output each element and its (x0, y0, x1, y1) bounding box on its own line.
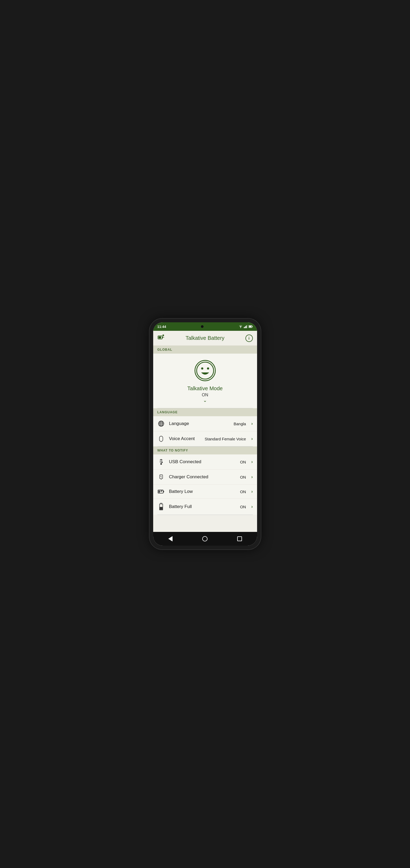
battery-low-icon (158, 489, 165, 494)
battery-low-value: ON (240, 490, 246, 494)
talkative-mode-chevron[interactable]: ⌄ (203, 398, 207, 403)
status-icons (239, 325, 253, 328)
battery-low-label: Battery Low (169, 489, 236, 494)
voice-accent-row[interactable]: Voice Accent Standard Female Voice › (153, 431, 257, 446)
battery-full-chevron: › (251, 504, 252, 509)
status-time: 11:44 (158, 325, 166, 329)
talkative-battery-icon (158, 334, 165, 341)
svg-rect-30 (160, 475, 163, 479)
battery-full-icon (158, 503, 165, 510)
battery-full-value: ON (240, 504, 246, 509)
global-section[interactable]: Talkative Mode ON ⌄ (153, 353, 257, 408)
globe-icon (158, 421, 165, 427)
back-button[interactable] (165, 533, 176, 544)
voice-accent-label: Voice Accent (169, 436, 201, 441)
battery-low-chevron: › (251, 489, 252, 494)
wifi-icon (239, 325, 243, 328)
charger-icon (158, 474, 165, 480)
svg-rect-41 (160, 507, 163, 510)
main-content: GLOBAL Talkative Mode ON ⌄ (153, 346, 257, 532)
language-value: Bangla (234, 422, 246, 426)
svg-rect-7 (252, 326, 252, 327)
home-button[interactable] (200, 533, 210, 544)
language-row[interactable]: Language Bangla › (153, 416, 257, 431)
svg-rect-38 (160, 503, 162, 503)
svg-rect-9 (159, 336, 161, 339)
app-bar: Talkative Battery i (153, 331, 257, 346)
battery-icon (249, 325, 253, 328)
battery-low-row[interactable]: Battery Low ON › (153, 485, 257, 499)
usb-connected-chevron: › (251, 460, 252, 464)
battery-full-row[interactable]: Battery Full ON › (153, 499, 257, 515)
svg-rect-6 (249, 326, 251, 328)
speaker-icon (158, 436, 165, 442)
phone-screen: 11:44 (153, 322, 257, 546)
talkative-mode-value: ON (202, 393, 208, 397)
talkative-mode-label: Talkative Mode (187, 385, 223, 392)
svg-rect-20 (159, 436, 163, 441)
svg-point-12 (197, 362, 214, 379)
svg-rect-29 (162, 462, 163, 463)
back-icon (168, 536, 173, 541)
notify-section: USB Connected ON › Charger Connected ON (153, 455, 257, 515)
svg-point-13 (201, 367, 203, 370)
charger-connected-row[interactable]: Charger Connected ON › (153, 469, 257, 485)
info-button[interactable]: i (245, 335, 253, 342)
app-title: Talkative Battery (165, 335, 245, 341)
voice-accent-chevron: › (251, 436, 252, 441)
language-section-header: LANGUAGE (153, 408, 257, 416)
language-label: Language (169, 421, 230, 426)
bottom-nav (153, 532, 257, 546)
recents-button[interactable] (234, 533, 245, 544)
charger-connected-label: Charger Connected (169, 474, 236, 479)
usb-connected-label: USB Connected (169, 459, 236, 465)
svg-point-14 (207, 367, 209, 370)
bottom-spacer (153, 515, 257, 531)
svg-rect-2 (245, 326, 246, 328)
usb-connected-value: ON (240, 460, 246, 464)
app-logo-icon (158, 334, 165, 343)
phone-frame: 11:44 (149, 319, 261, 549)
svg-point-0 (240, 328, 241, 328)
status-bar: 11:44 (153, 322, 257, 331)
svg-rect-3 (246, 326, 247, 328)
voice-accent-value: Standard Female Voice (205, 437, 246, 441)
charger-connected-value: ON (240, 475, 246, 479)
recents-icon (237, 536, 242, 541)
home-icon (202, 536, 207, 541)
svg-rect-1 (244, 327, 245, 328)
global-section-header: GLOBAL (153, 346, 257, 353)
signal-icon (244, 325, 247, 328)
svg-rect-34 (159, 491, 160, 493)
charger-connected-chevron: › (251, 474, 252, 479)
svg-rect-4 (247, 325, 247, 328)
svg-point-26 (160, 463, 162, 465)
camera-cutout (201, 325, 204, 328)
battery-full-label: Battery Full (169, 504, 236, 509)
svg-point-11 (163, 335, 164, 336)
language-section: Language Bangla › Voice Accent Standard … (153, 416, 257, 446)
language-chevron: › (251, 421, 252, 426)
talkative-mode-icon (195, 360, 216, 381)
smiley-svg (196, 361, 214, 380)
notify-section-header: WHAT TO NOTIFY (153, 446, 257, 455)
usb-connected-row[interactable]: USB Connected ON › (153, 455, 257, 469)
svg-rect-33 (163, 491, 164, 492)
usb-icon (158, 459, 165, 465)
